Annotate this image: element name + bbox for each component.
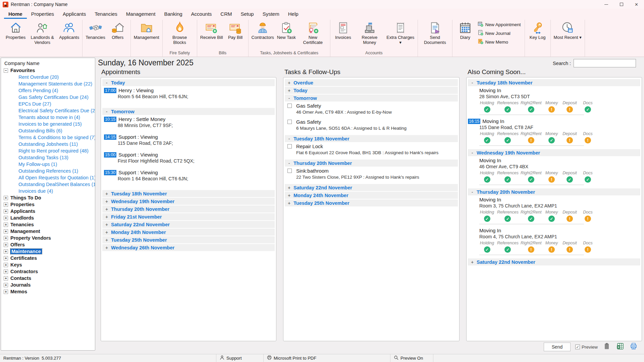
support-segment[interactable]: Support bbox=[216, 354, 264, 362]
ribbon-button-management[interactable]: Management bbox=[132, 20, 161, 40]
maximize-button[interactable] bbox=[614, 0, 629, 9]
preview-on-segment[interactable]: Preview On bbox=[390, 354, 433, 362]
ribbon-button-applicants[interactable]: Applicants bbox=[58, 20, 80, 40]
ribbon-button-most-recent[interactable]: Most Recent ▾ bbox=[552, 20, 583, 40]
tasks-group-header-saturday-22nd-november[interactable]: + Saturday 22nd November bbox=[285, 184, 458, 191]
tasks-group-header-monday-24th-november[interactable]: + Monday 24th November bbox=[285, 192, 458, 199]
appointment-item[interactable]: 17:00Henry : Viewing Room 5 64 Beacon Hi… bbox=[104, 87, 275, 99]
ribbon-button-pay-bill[interactable]: Pay Bill bbox=[224, 20, 247, 40]
task-checkbox[interactable] bbox=[287, 104, 292, 108]
task-item[interactable]: Sink:bathroom 22 Two Sisters Close, PE12… bbox=[287, 168, 458, 180]
sidebar-item-landlords[interactable]: + Landlords bbox=[1, 215, 95, 221]
appointments-group-header-wednesday-26th-november[interactable]: + Wednesday 26th November bbox=[102, 244, 275, 251]
tree-expand-box[interactable]: + bbox=[4, 269, 8, 274]
coming-soon-item[interactable]: Moving In Room 3, 75 Church Lane, EX2 AM… bbox=[468, 197, 640, 224]
sidebar-favourite-right-to-rent-proof-required-48[interactable]: Right to Rent proof required (48) bbox=[1, 147, 95, 154]
ribbon-button-key-log[interactable]: Key Log bbox=[527, 20, 549, 40]
task-item[interactable]: Repair Lock Flat 6 Equicourt 22 Grove Ro… bbox=[287, 143, 458, 155]
coming-soon-group-header-saturday-22nd-november[interactable]: + Saturday 22nd November bbox=[468, 258, 640, 265]
appointment-item[interactable]: 14:15Support : Viewing 115 Dane Road, CT… bbox=[104, 134, 275, 146]
tasks-group-header-tuesday-18th-november[interactable]: - Tuesday 18th November bbox=[285, 135, 458, 142]
sidebar-favourite-all-open-requests-for-quotation-1[interactable]: All Open Requests for Quotation (1) bbox=[1, 174, 95, 181]
ribbon-button-browse-blocks[interactable]: Browse Blocks bbox=[164, 20, 195, 45]
sidebar-item-offers[interactable]: + Offers bbox=[1, 241, 95, 248]
tasks-group-header-today[interactable]: + Today bbox=[285, 87, 458, 94]
sidebar-favourite-outstanding-jobsheets-11[interactable]: Outstanding Jobsheets (11) bbox=[1, 141, 95, 147]
coming-soon-group-header-wednesday-19th-november[interactable]: - Wednesday 19th November bbox=[468, 149, 640, 156]
sidebar-favourite-invoices-to-be-generated-15[interactable]: Invoices to be generated (15) bbox=[1, 121, 95, 127]
tab-accounts[interactable]: Accounts bbox=[187, 10, 216, 19]
sidebar-item-maintenance[interactable]: + Maintenance bbox=[1, 248, 95, 255]
coming-soon-item[interactable]: Moving In Room 4, 75 Church Lane, EX2 AM… bbox=[468, 228, 640, 255]
ribbon-button-new-journal[interactable]: New Journal bbox=[478, 30, 521, 37]
ribbon-button-landlords-vendors[interactable]: Landlords & Vendors bbox=[27, 20, 58, 45]
coming-soon-item[interactable]: Moving In 28 Simon Ave, CT3 5DT Holding … bbox=[468, 87, 640, 115]
tab-setup[interactable]: Setup bbox=[236, 10, 258, 19]
sidebar-favourite-invoices-due-4[interactable]: Invoices due (4) bbox=[1, 188, 95, 194]
sidebar-favourite-epcs-due-27[interactable]: EPCs Due (27) bbox=[1, 101, 95, 107]
tree-expand-box[interactable]: + bbox=[4, 223, 8, 227]
sidebar-item-things-to-do[interactable]: + Things To Do bbox=[1, 194, 95, 201]
tree-expand-box[interactable]: + bbox=[4, 276, 8, 281]
sidebar-item-contractors[interactable]: + Contractors bbox=[1, 268, 95, 275]
tree-expand-box[interactable]: + bbox=[4, 283, 8, 287]
sidebar-item-properties[interactable]: + Properties bbox=[1, 201, 95, 208]
tree-expand-box[interactable]: + bbox=[4, 209, 8, 214]
sidebar-favourite-my-follow-ups-1[interactable]: My Follow-ups (1) bbox=[1, 161, 95, 168]
task-checkbox[interactable] bbox=[287, 144, 292, 148]
export-excel-button[interactable] bbox=[616, 343, 625, 351]
tree-expand-box[interactable]: + bbox=[4, 202, 8, 207]
sidebar-favourite-outstanding-references-1[interactable]: Outstanding References (1) bbox=[1, 168, 95, 174]
sidebar-favourite-outstanding-dealsheet-balances-14[interactable]: Outstanding DealSheet Balances (14) bbox=[1, 181, 95, 188]
sidebar-favourite-gas-safety-certificates-due-24[interactable]: Gas Safety Certificates Due (24) bbox=[1, 94, 95, 101]
sidebar-favourite-electrical-safety-certificates-due-25[interactable]: Electrical Safety Certificates Due (25) bbox=[1, 107, 95, 114]
tasks-group-header-tuesday-25th-november[interactable]: + Tuesday 25th November bbox=[285, 199, 458, 206]
ribbon-button-send-documents[interactable]: Send Documents bbox=[420, 20, 450, 45]
tree-collapse-box[interactable]: − bbox=[4, 68, 8, 73]
ribbon-button-offers[interactable]: Offers bbox=[107, 20, 129, 40]
print-button[interactable] bbox=[629, 343, 638, 351]
appointments-group-header-friday-21st-november[interactable]: + Friday 21st November bbox=[102, 213, 275, 220]
coming-soon-item[interactable]: Moving In 46 Omer Ave, CT9 4BX Holding ✓… bbox=[468, 158, 640, 185]
tab-system[interactable]: System bbox=[258, 10, 284, 19]
task-item[interactable]: Gas Safety 6 Maurys Lane, SO51 6DA : Ass… bbox=[287, 119, 458, 131]
coming-soon-item[interactable]: 16:15Moving In 115 Dane Road, CT8 2AF Ho… bbox=[468, 118, 640, 146]
ribbon-button-diary[interactable]: Diary bbox=[454, 20, 476, 40]
appointments-group-header-saturday-22nd-november[interactable]: + Saturday 22nd November bbox=[102, 221, 275, 228]
tree-expand-box[interactable]: + bbox=[4, 256, 8, 260]
ribbon-button-invoices[interactable]: Invoices bbox=[332, 20, 354, 40]
appointments-group-header-monday-24th-november[interactable]: + Monday 24th November bbox=[102, 229, 275, 236]
tree-expand-box[interactable]: + bbox=[4, 236, 8, 240]
ribbon-button-receive-bill[interactable]: Receive Bill bbox=[199, 20, 224, 40]
tree-expand-box[interactable]: + bbox=[4, 290, 8, 294]
ribbon-button-new-memo[interactable]: New Memo bbox=[478, 39, 521, 45]
sidebar-root[interactable]: Company Name bbox=[1, 60, 95, 67]
ribbon-button-new-appointment[interactable]: New Appointment bbox=[478, 21, 521, 28]
preview-checkbox[interactable]: ✓ bbox=[575, 345, 580, 349]
ribbon-button-contractors[interactable]: Contractors bbox=[250, 20, 275, 40]
tasks-group-header-tomorrow[interactable]: - Tomorrow bbox=[285, 95, 458, 102]
tree-expand-box[interactable]: + bbox=[4, 216, 8, 220]
tab-home[interactable]: Home bbox=[4, 10, 27, 19]
send-button[interactable]: Send bbox=[544, 343, 571, 351]
ribbon-button-new-certificate[interactable]: New Certificate bbox=[298, 20, 328, 45]
sidebar-favourite-tenants-about-to-move-in-4[interactable]: Tenants about to move in (4) bbox=[1, 114, 95, 121]
appointment-item[interactable]: 15:00Support : Viewing First Floor Highf… bbox=[104, 152, 275, 164]
tab-properties[interactable]: Properties bbox=[27, 10, 58, 19]
ribbon-button-new-task[interactable]: New Task bbox=[275, 20, 298, 40]
sidebar-item-journals[interactable]: + Journals bbox=[1, 282, 95, 288]
sidebar-item-keys[interactable]: + Keys bbox=[1, 261, 95, 268]
task-item[interactable]: Gas Safety 46 Omer Ave, CT9 4BX : Assign… bbox=[287, 103, 458, 115]
sidebar-item-property-vendors[interactable]: + Property Vendors bbox=[1, 235, 95, 241]
tasks-group-header-overdue[interactable]: + Overdue bbox=[285, 79, 458, 86]
ribbon-button-extra-charges[interactable]: Extra Charges ▾ bbox=[385, 20, 416, 45]
tab-crm[interactable]: CRM bbox=[216, 10, 236, 19]
appointment-item[interactable]: 15:30Support : Viewing Room 1 64 Beacon … bbox=[104, 170, 275, 181]
printer-segment[interactable]: Microsoft Print to PDF bbox=[264, 354, 390, 362]
sidebar-favourite-offers-pending-4[interactable]: Offers Pending (4) bbox=[1, 87, 95, 94]
search-input[interactable] bbox=[574, 59, 636, 67]
appointment-item[interactable]: 10:15Henry : Settle Money 88 Minnis Driv… bbox=[104, 116, 275, 128]
sidebar-item-favourites[interactable]: − Favourites bbox=[1, 67, 95, 74]
sidebar-favourite-outstanding-tasks-13[interactable]: Outstanding Tasks (13) bbox=[1, 154, 95, 161]
tasks-group-header-thursday-20th-november[interactable]: - Thursday 20th November bbox=[285, 160, 458, 167]
